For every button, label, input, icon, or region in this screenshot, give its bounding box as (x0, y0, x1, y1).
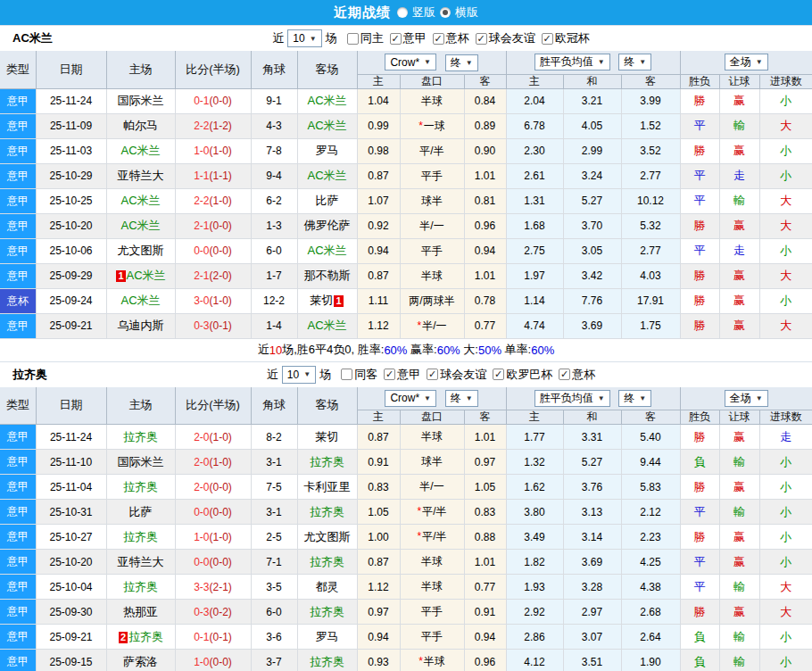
mean-away-odds: 4.38 (621, 575, 680, 600)
away-odds: 1.01 (464, 550, 506, 575)
filter-label: 同客 (354, 367, 377, 383)
layout-toggle: 竖版横版 (397, 4, 478, 21)
mean-draw-odds: 3.05 (563, 238, 621, 263)
away-odds: 0.78 (464, 288, 506, 313)
checkbox-checked[interactable] (427, 369, 438, 380)
match-row: 意甲25-10-04拉齐奥3-3(2-1)3-5都灵1.12半球0.771.93… (0, 575, 812, 600)
mean-source-select[interactable]: 胜平负均值▼ (534, 54, 610, 70)
match-score: 2-0 (194, 456, 209, 468)
radio-selected-icon[interactable] (440, 7, 451, 18)
mean-home-odds: 4.74 (506, 313, 563, 338)
filter-option: 意杯 (559, 367, 595, 383)
away-team-cell: 拉齐奥 (297, 650, 357, 671)
mean-final-select[interactable]: 终▼ (618, 54, 651, 70)
mean-home-odds: 1.93 (506, 575, 563, 600)
mean-home-odds: 1.68 (506, 213, 563, 238)
chevron-down-icon: ▼ (466, 59, 473, 67)
handicap-text: 平手 (421, 630, 443, 642)
mean-home-odds: 2.30 (506, 138, 563, 163)
mean-draw-odds: 3.69 (563, 313, 621, 338)
checkbox-checked[interactable] (384, 369, 395, 380)
away-odds: 0.81 (464, 188, 506, 213)
filter-label: 球会友谊 (440, 367, 486, 383)
record-summary: 近10场,胜6平4负0, 胜率:60% 赢率:60% 大:50% 单率:60% (0, 339, 812, 361)
team-name: 都灵 (316, 580, 339, 593)
score-cell: 1-0(0-0) (175, 650, 251, 671)
handicap-result-cell: 赢 (719, 263, 759, 288)
odds-final-select[interactable]: 终▼ (445, 54, 478, 71)
away-odds: 0.96 (464, 213, 506, 238)
checkbox-checked[interactable] (542, 33, 553, 45)
recent-count-value: 10 (287, 369, 299, 381)
match-row: 意甲25-10-20亚特兰大0-0(0-0)7-1拉齐奥0.87半球1.011.… (0, 550, 812, 575)
fulltime-select[interactable]: 全场▼ (725, 390, 768, 407)
score-cell: 0-0(0-0) (175, 550, 251, 575)
odds-final-value: 终 (451, 55, 461, 70)
mean-source-select[interactable]: 胜平负均值▼ (534, 390, 610, 407)
odds-source-select[interactable]: Crow*▼ (385, 54, 436, 70)
goals-result-cell: 大 (759, 600, 812, 625)
home-team-cell: 亚特兰大 (106, 550, 175, 575)
checkbox-checked[interactable] (559, 369, 570, 380)
match-date: 25-11-04 (36, 475, 106, 500)
col-home: 主场 (106, 51, 175, 88)
mean-final-select[interactable]: 终▼ (618, 390, 651, 407)
home-odds: 0.87 (357, 263, 400, 288)
layout-option-label[interactable]: 横版 (455, 4, 478, 21)
result-cell: 勝 (680, 475, 719, 500)
match-date: 25-10-06 (36, 238, 106, 263)
handicap-text: 平手 (421, 605, 443, 617)
team-name: AC米兰 (307, 244, 346, 257)
summary-text: 10 (269, 344, 282, 357)
filter-option: 球会友谊 (476, 30, 535, 46)
radio-icon[interactable] (397, 7, 408, 18)
match-score: 2-1 (194, 220, 209, 232)
rank-badge: 2 (119, 632, 128, 643)
chevron-down-icon: ▼ (303, 370, 311, 378)
half-score: (1-0) (210, 145, 232, 157)
match-row: 意甲25-10-06尤文图斯0-0(0-0)6-0AC米兰0.94平手0.942… (0, 238, 812, 263)
half-score: (0-0) (210, 656, 232, 668)
fulltime-select[interactable]: 全场▼ (725, 54, 768, 70)
filter-options: 同主意甲意杯球会友谊欧冠杯 (341, 30, 590, 46)
match-type-cell: 意甲 (0, 425, 36, 450)
away-odds: 0.94 (464, 238, 506, 263)
half-score: (1-0) (210, 195, 232, 207)
layout-option-label[interactable]: 竖版 (412, 4, 435, 21)
col-mean-home: 主 (506, 410, 563, 425)
away-team-cell: 罗马 (297, 138, 357, 163)
home-odds: 0.93 (357, 650, 400, 671)
match-row: 意甲25-09-212拉齐奥0-1(0-1)3-6罗马0.94平手0.942.8… (0, 625, 812, 650)
away-odds: 0.97 (464, 450, 506, 475)
star-mark: * (417, 319, 421, 332)
half-score: (1-2) (210, 120, 232, 132)
half-score: (0-0) (210, 556, 232, 568)
checkbox-checked[interactable] (390, 33, 402, 45)
mean-away-odds: 1.52 (621, 113, 680, 138)
odds-source-select[interactable]: Crow*▼ (385, 390, 436, 407)
away-team-cell: 拉齐奥 (297, 500, 357, 525)
recent-count-select[interactable]: 10▼ (282, 366, 316, 384)
home-odds: 1.04 (357, 88, 400, 113)
away-odds: 0.96 (464, 650, 506, 671)
home-odds: 0.94 (357, 238, 400, 263)
checkbox-checked[interactable] (493, 369, 504, 380)
away-team-cell: AC米兰 (297, 163, 357, 188)
mean-draw-odds: 5.27 (563, 450, 621, 475)
odds-final-select[interactable]: 终▼ (445, 390, 478, 407)
chevron-down-icon: ▼ (466, 394, 473, 402)
checkbox-unchecked[interactable] (347, 33, 359, 45)
checkbox-checked[interactable] (476, 33, 487, 45)
team-name: AC米兰 (127, 269, 166, 282)
half-score: (1-0) (210, 431, 232, 443)
checkbox-checked[interactable] (433, 33, 444, 45)
checkbox-unchecked[interactable] (341, 369, 352, 380)
result-cell: 勝 (680, 425, 719, 450)
away-team-cell: 拉齐奥 (297, 600, 357, 625)
recent-count-select[interactable]: 10▼ (287, 29, 321, 47)
home-odds: 1.00 (357, 525, 400, 550)
match-row: 意甲25-09-291AC米兰2-1(2-0)1-7那不勒斯0.87半球1.01… (0, 263, 812, 288)
mean-draw-odds: 3.69 (563, 550, 621, 575)
handicap-cell: *平/半 (400, 500, 464, 525)
match-type-cell: 意甲 (0, 575, 36, 600)
